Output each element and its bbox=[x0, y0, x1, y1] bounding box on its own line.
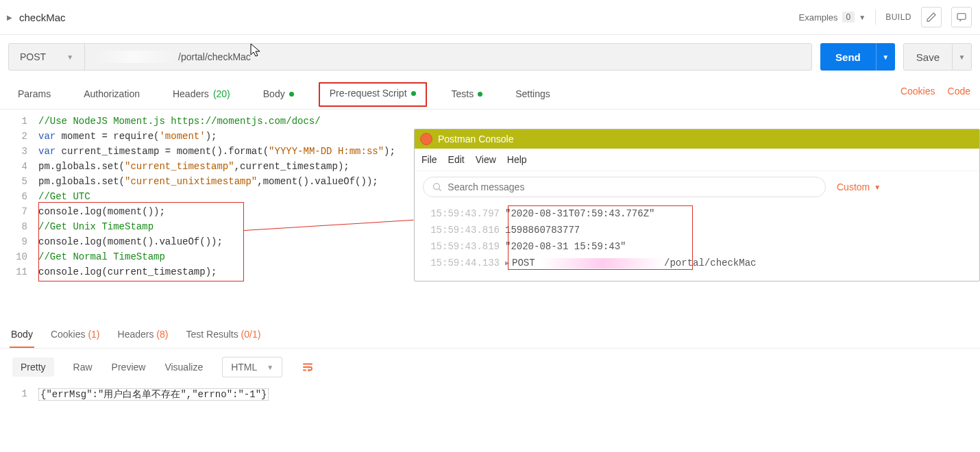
console-row-request[interactable]: 15:59:44.133 ▶ POST /portal/checkMac bbox=[415, 255, 979, 271]
url-input[interactable]: /portal/checkMac bbox=[85, 51, 811, 63]
chevron-down-icon: ▼ bbox=[882, 53, 889, 61]
view-raw[interactable]: Raw bbox=[73, 362, 93, 373]
postman-logo-icon bbox=[420, 133, 432, 145]
annotation-box bbox=[38, 202, 244, 281]
request-tabs: Params Authorization Headers (20) Body P… bbox=[0, 71, 980, 110]
examples-count: 0 bbox=[842, 12, 855, 23]
response-body-text: {"errMsg":"用户白名单不存在","errno":"-1"} bbox=[38, 388, 269, 401]
modified-dot-icon bbox=[289, 92, 294, 97]
menu-help[interactable]: Help bbox=[507, 154, 527, 165]
console-row[interactable]: 15:59:43.797 "2020-08-31T07:59:43.776Z" bbox=[415, 205, 979, 222]
save-button[interactable]: Save bbox=[903, 43, 953, 71]
console-menu: File Edit View Help bbox=[415, 149, 979, 171]
send-button[interactable]: Send bbox=[820, 43, 876, 71]
chevron-down-icon: ▼ bbox=[859, 14, 866, 21]
url-hidden-part bbox=[93, 51, 175, 63]
code-link[interactable]: Code bbox=[948, 86, 970, 97]
log-timestamp: 15:59:43.816 bbox=[423, 225, 505, 236]
console-filter-custom[interactable]: Custom ▼ bbox=[837, 181, 881, 192]
console-log-rows: 15:59:43.797 "2020-08-31T07:59:43.776Z" … bbox=[415, 204, 979, 281]
tab-prerequest-script[interactable]: Pre-request Script bbox=[319, 82, 427, 107]
log-timestamp: 15:59:44.133 bbox=[423, 258, 505, 268]
http-method-select[interactable]: POST ▼ bbox=[9, 44, 85, 70]
annotation-box bbox=[508, 205, 693, 270]
postman-console-window: Postman Console File Edit View Help Cust… bbox=[414, 129, 980, 281]
view-pretty[interactable]: Pretty bbox=[12, 357, 54, 377]
tab-settings[interactable]: Settings bbox=[507, 81, 559, 109]
wrap-lines-icon[interactable] bbox=[302, 361, 314, 373]
tab-body[interactable]: Body bbox=[255, 81, 302, 109]
chevron-down-icon: ▼ bbox=[959, 53, 966, 61]
view-preview[interactable]: Preview bbox=[112, 362, 146, 373]
search-icon bbox=[432, 181, 442, 192]
log-timestamp: 15:59:43.819 bbox=[423, 241, 505, 252]
line-gutter: 1234567891011 bbox=[0, 114, 38, 325]
menu-edit[interactable]: Edit bbox=[448, 154, 465, 165]
svg-point-1 bbox=[434, 184, 440, 190]
cookies-link[interactable]: Cookies bbox=[901, 86, 935, 97]
menu-view[interactable]: View bbox=[476, 154, 496, 165]
url-visible-part: /portal/checkMac bbox=[178, 51, 251, 62]
console-toolbar: Custom ▼ bbox=[415, 171, 979, 204]
url-row: POST ▼ /portal/checkMac Send ▼ Save ▼ bbox=[0, 35, 980, 71]
modified-dot-icon bbox=[411, 91, 416, 96]
console-titlebar[interactable]: Postman Console bbox=[415, 129, 979, 149]
http-method: POST bbox=[20, 51, 46, 62]
edit-icon[interactable] bbox=[921, 7, 942, 27]
console-search[interactable] bbox=[423, 177, 826, 197]
response-body: 1 {"errMsg":"用户白名单不存在","errno":"-1"} bbox=[0, 386, 980, 414]
request-name: checkMac bbox=[19, 12, 66, 23]
code-line-1: //Use NodeJS Moment.js https://momentjs.… bbox=[38, 116, 321, 127]
divider bbox=[875, 10, 876, 25]
examples-label: Examples bbox=[798, 12, 837, 23]
send-dropdown[interactable]: ▼ bbox=[876, 43, 895, 71]
tab-authorization[interactable]: Authorization bbox=[75, 81, 148, 109]
menu-file[interactable]: File bbox=[421, 154, 437, 165]
console-search-input[interactable] bbox=[448, 181, 817, 192]
tab-headers[interactable]: Headers (20) bbox=[164, 81, 238, 109]
chevron-down-icon: ▼ bbox=[874, 184, 881, 191]
svg-rect-0 bbox=[957, 14, 966, 20]
log-timestamp: 15:59:43.797 bbox=[423, 208, 505, 219]
examples-dropdown[interactable]: Examples 0 ▼ bbox=[798, 12, 866, 23]
comment-icon[interactable] bbox=[951, 7, 972, 27]
build-label[interactable]: BUILD bbox=[885, 12, 911, 22]
modified-dot-icon bbox=[478, 92, 482, 97]
request-title-bar: ▶ checkMac Examples 0 ▼ BUILD bbox=[0, 0, 980, 35]
tab-params[interactable]: Params bbox=[10, 81, 59, 109]
console-row[interactable]: 15:59:43.816 1598860783777 bbox=[415, 222, 979, 238]
response-toolbar: Pretty Raw Preview Visualize HTML ▼ bbox=[0, 349, 980, 386]
chevron-down-icon: ▼ bbox=[66, 53, 73, 61]
tab-tests[interactable]: Tests bbox=[443, 81, 491, 109]
console-title: Postman Console bbox=[438, 134, 514, 145]
collapse-icon[interactable]: ▶ bbox=[7, 14, 12, 21]
view-visualize[interactable]: Visualize bbox=[164, 362, 203, 373]
console-row[interactable]: 15:59:43.819 "2020-08-31 15:59:43" bbox=[415, 238, 979, 255]
save-dropdown[interactable]: ▼ bbox=[953, 43, 972, 71]
method-url: POST ▼ /portal/checkMac bbox=[8, 43, 812, 71]
format-select[interactable]: HTML ▼ bbox=[222, 357, 282, 377]
chevron-down-icon: ▼ bbox=[267, 364, 273, 371]
